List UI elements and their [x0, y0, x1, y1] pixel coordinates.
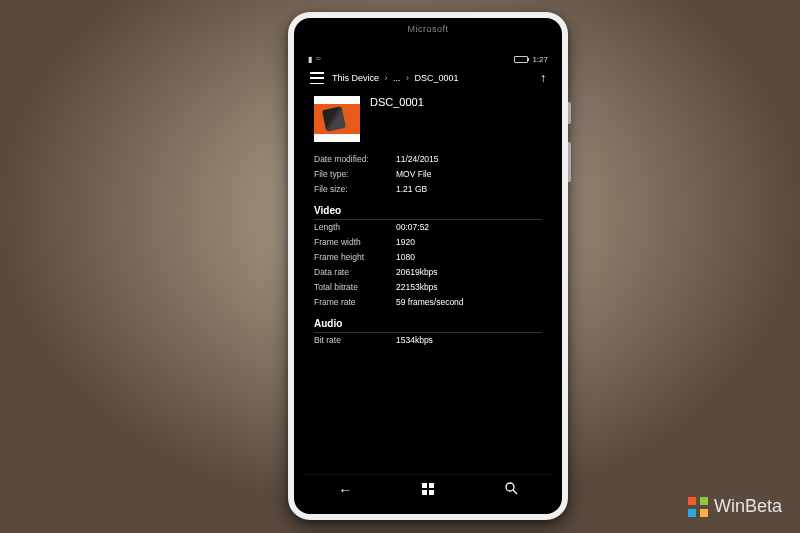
search-icon: [504, 481, 518, 495]
breadcrumb[interactable]: This Device › ... › DSC_0001: [332, 73, 532, 83]
row-frame-width: Frame width 1920: [314, 235, 542, 250]
row-bit-rate: Bit rate 1534kbps: [314, 333, 542, 348]
windows-icon: [422, 483, 434, 495]
chevron-right-icon: ›: [385, 73, 388, 83]
file-header: DSC_0001: [314, 96, 542, 142]
row-total-bitrate: Total bitrate 22153kbps: [314, 280, 542, 295]
signal-icon: ▮: [308, 55, 312, 64]
row-data-rate: Data rate 20619kbps: [314, 265, 542, 280]
volume-rocker[interactable]: [568, 142, 571, 182]
value-date-modified: 11/24/2015: [396, 152, 439, 167]
watermark: WinBeta: [688, 496, 782, 517]
value-frame-height: 1080: [396, 250, 415, 265]
value-frame-width: 1920: [396, 235, 415, 250]
clock: 1:27: [532, 55, 548, 64]
section-video: Video: [314, 205, 542, 220]
watermark-text: WinBeta: [714, 496, 782, 517]
breadcrumb-root[interactable]: This Device: [332, 73, 379, 83]
breadcrumb-ellipsis[interactable]: ...: [393, 73, 401, 83]
up-arrow-icon[interactable]: ↑: [540, 71, 546, 85]
row-date-modified: Date modified: 11/24/2015: [314, 152, 542, 167]
back-button[interactable]: ←: [325, 482, 365, 498]
search-button[interactable]: [491, 481, 531, 498]
label-file-type: File type:: [314, 167, 396, 182]
row-file-type: File type: MOV File: [314, 167, 542, 182]
label-date-modified: Date modified:: [314, 152, 396, 167]
file-properties-content: DSC_0001 Date modified: 11/24/2015 File …: [304, 90, 552, 474]
row-frame-rate: Frame rate 59 frames/second: [314, 295, 542, 310]
row-frame-height: Frame height 1080: [314, 250, 542, 265]
value-file-size: 1.21 GB: [396, 182, 427, 197]
app-header: This Device › ... › DSC_0001 ↑: [304, 66, 552, 90]
wifi-icon: ⌔: [316, 55, 321, 64]
row-file-size: File size: 1.21 GB: [314, 182, 542, 197]
value-length: 00:07:52: [396, 220, 429, 235]
video-block: Length 00:07:52 Frame width 1920 Frame h…: [314, 220, 542, 310]
hamburger-icon[interactable]: [310, 72, 324, 84]
breadcrumb-current: DSC_0001: [415, 73, 459, 83]
value-frame-rate: 59 frames/second: [396, 295, 464, 310]
label-length: Length: [314, 220, 396, 235]
battery-icon: [514, 56, 528, 63]
device-brand: Microsoft: [294, 18, 562, 36]
value-bit-rate: 1534kbps: [396, 333, 433, 348]
value-total-bitrate: 22153kbps: [396, 280, 438, 295]
label-data-rate: Data rate: [314, 265, 396, 280]
section-audio: Audio: [314, 318, 542, 333]
phone-bezel: Microsoft ▮ ⌔ 1:27 This Device › ...: [294, 18, 562, 514]
windows-logo-icon: [688, 497, 708, 517]
audio-block: Bit rate 1534kbps: [314, 333, 542, 348]
file-thumbnail[interactable]: [314, 96, 360, 142]
start-button[interactable]: [408, 482, 448, 498]
value-file-type: MOV File: [396, 167, 431, 182]
chevron-right-icon: ›: [406, 73, 409, 83]
file-name: DSC_0001: [370, 96, 424, 108]
row-length: Length 00:07:52: [314, 220, 542, 235]
screen: ▮ ⌔ 1:27 This Device › ... › DSC_0001 ↑: [304, 52, 552, 504]
svg-point-0: [506, 483, 514, 491]
label-frame-height: Frame height: [314, 250, 396, 265]
phone-body: Microsoft ▮ ⌔ 1:27 This Device › ...: [288, 12, 568, 520]
label-frame-rate: Frame rate: [314, 295, 396, 310]
svg-line-1: [513, 490, 517, 494]
label-frame-width: Frame width: [314, 235, 396, 250]
label-bit-rate: Bit rate: [314, 333, 396, 348]
status-bar: ▮ ⌔ 1:27: [304, 52, 552, 66]
power-button[interactable]: [568, 102, 571, 124]
file-meta-block: Date modified: 11/24/2015 File type: MOV…: [314, 152, 542, 197]
label-total-bitrate: Total bitrate: [314, 280, 396, 295]
value-data-rate: 20619kbps: [396, 265, 438, 280]
navigation-bar: ←: [304, 474, 552, 504]
label-file-size: File size:: [314, 182, 396, 197]
